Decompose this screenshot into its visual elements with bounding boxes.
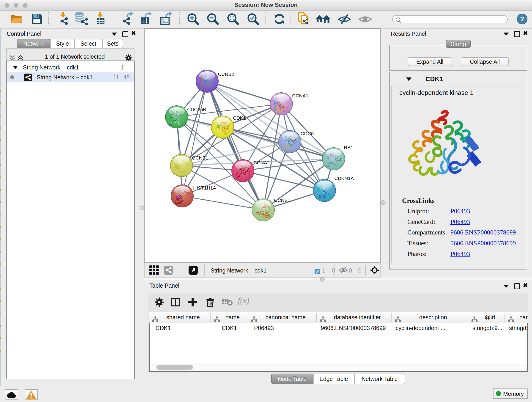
svg-text:CCNB2: CCNB2	[218, 71, 234, 77]
svg-text:CCNB1: CCNB1	[192, 155, 208, 160]
svg-text:RB1: RB1	[344, 145, 353, 150]
svg-text:CCNA2: CCNA2	[253, 160, 270, 165]
svg-text:CDC25B: CDC25B	[187, 107, 206, 112]
svg-text:HIST1H1A: HIST1H1A	[193, 185, 216, 191]
svg-text:CCNA1: CCNA1	[292, 93, 308, 98]
svg-text:CCNE1: CCNE1	[274, 198, 290, 203]
svg-text:CDC6: CDC6	[301, 131, 314, 136]
svg-text:CDKN1A: CDKN1A	[334, 176, 354, 181]
svg-text:CDK1: CDK1	[233, 115, 246, 121]
svg-text:?: ?	[520, 15, 524, 23]
